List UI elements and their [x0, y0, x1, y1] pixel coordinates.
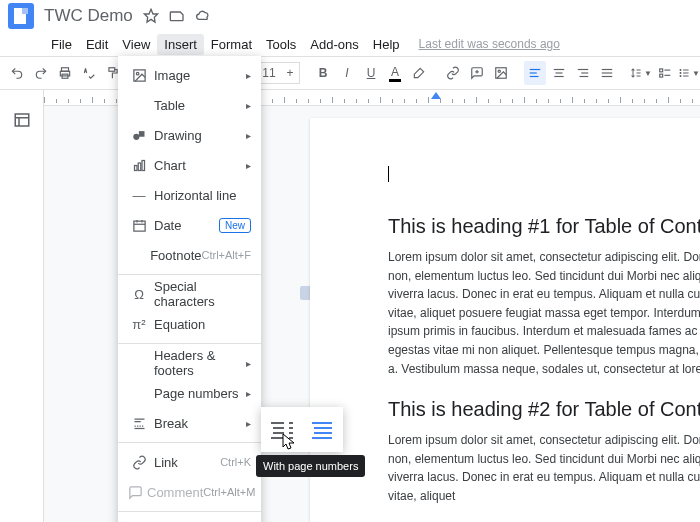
last-edit-link[interactable]: Last edit was seconds ago	[419, 37, 560, 51]
svg-point-6	[498, 70, 500, 72]
star-icon[interactable]	[143, 8, 159, 24]
svg-point-27	[680, 72, 681, 73]
image-icon	[128, 68, 150, 83]
menu-view[interactable]: View	[115, 34, 157, 55]
break-icon	[128, 416, 150, 431]
chevron-right-icon: ▸	[246, 388, 251, 399]
omega-icon: Ω	[128, 287, 150, 302]
menu-tools[interactable]: Tools	[259, 34, 303, 55]
align-center-button[interactable]	[548, 61, 570, 85]
menu-item-page-numbers[interactable]: Page numbers ▸	[118, 378, 261, 408]
menu-format[interactable]: Format	[204, 34, 259, 55]
menu-item-horizontal-line[interactable]: — Horizontal line	[118, 180, 261, 210]
left-sidebar	[0, 90, 44, 522]
menu-help[interactable]: Help	[366, 34, 407, 55]
chevron-right-icon: ▸	[246, 418, 251, 429]
text-cursor	[388, 166, 389, 182]
redo-button[interactable]	[30, 61, 52, 85]
menu-item-bookmark[interactable]: Bookmark	[118, 516, 261, 522]
heading-2[interactable]: This is heading #2 for Table of Contents	[388, 398, 700, 421]
svg-point-28	[680, 76, 681, 77]
document-page[interactable]: This is heading #1 for Table of Contents…	[310, 118, 700, 522]
svg-rect-32	[15, 114, 29, 126]
chevron-right-icon: ▸	[246, 130, 251, 141]
link-icon	[128, 455, 150, 470]
svg-rect-40	[138, 163, 141, 171]
svg-marker-0	[144, 9, 157, 22]
paragraph-2[interactable]: Lorem ipsum dolor sit amet, consectetur …	[388, 431, 700, 505]
paragraph-1[interactable]: Lorem ipsum dolor sit amet, consectetur …	[388, 248, 700, 378]
add-comment-button[interactable]	[466, 61, 488, 85]
menu-file[interactable]: File	[44, 34, 79, 55]
menu-insert[interactable]: Insert	[157, 34, 204, 55]
svg-rect-22	[660, 69, 663, 72]
italic-button[interactable]: I	[336, 61, 358, 85]
svg-point-36	[136, 72, 139, 75]
document-title[interactable]: TWC Demo	[44, 6, 133, 26]
chevron-right-icon: ▸	[246, 160, 251, 171]
line-spacing-button[interactable]: ▼	[630, 61, 652, 85]
menu-item-link[interactable]: Link Ctrl+K	[118, 447, 261, 477]
comment-icon	[128, 485, 143, 500]
align-right-button[interactable]	[572, 61, 594, 85]
svg-rect-4	[109, 68, 115, 72]
spellcheck-button[interactable]	[78, 61, 100, 85]
chevron-right-icon: ▸	[246, 100, 251, 111]
menu-item-footnote[interactable]: Footnote Ctrl+Alt+F	[118, 240, 261, 270]
highlight-color-button[interactable]	[408, 61, 430, 85]
align-left-button[interactable]	[524, 61, 546, 85]
chevron-right-icon: ▸	[246, 70, 251, 81]
horizontal-line-icon: —	[128, 188, 150, 203]
bulleted-list-button[interactable]: ▼	[678, 61, 700, 85]
align-justify-button[interactable]	[596, 61, 618, 85]
menu-edit[interactable]: Edit	[79, 34, 115, 55]
svg-rect-39	[134, 165, 137, 170]
menu-item-break[interactable]: Break ▸	[118, 408, 261, 438]
font-size-plus[interactable]: +	[281, 66, 299, 80]
undo-button[interactable]	[6, 61, 28, 85]
new-badge: New	[219, 218, 251, 233]
calendar-icon	[128, 218, 150, 233]
chart-icon	[128, 158, 150, 173]
toolbar: ⟋▼ ▼ ▼ − 11 + B I U A ▼ ▼	[0, 56, 700, 90]
mouse-cursor-icon	[282, 433, 298, 454]
toc-with-blue-links[interactable]	[302, 407, 343, 452]
cloud-status-icon[interactable]	[195, 8, 211, 24]
bold-button[interactable]: B	[312, 61, 334, 85]
docs-logo-icon[interactable]	[8, 3, 34, 29]
pi-icon: π²	[128, 317, 150, 332]
menu-item-special-characters[interactable]: Ω Special characters	[118, 279, 261, 309]
toc-submenu	[261, 407, 343, 452]
drawing-icon	[128, 128, 150, 143]
menu-item-date[interactable]: Date New	[118, 210, 261, 240]
svg-rect-38	[138, 131, 144, 137]
menu-addons[interactable]: Add-ons	[303, 34, 365, 55]
menu-item-equation[interactable]: π² Equation	[118, 309, 261, 339]
svg-point-37	[133, 133, 139, 139]
heading-1[interactable]: This is heading #1 for Table of Contents	[388, 215, 700, 238]
underline-button[interactable]: U	[360, 61, 382, 85]
svg-rect-23	[660, 74, 663, 77]
svg-rect-42	[133, 221, 144, 231]
insert-menu-dropdown: Image ▸ Table ▸ Drawing ▸ Chart ▸ — Hori…	[118, 56, 261, 522]
menu-item-table[interactable]: Table ▸	[118, 90, 261, 120]
print-button[interactable]	[54, 61, 76, 85]
tooltip: With page numbers	[256, 455, 365, 477]
move-icon[interactable]	[169, 8, 185, 24]
checklist-button[interactable]	[654, 61, 676, 85]
menu-item-chart[interactable]: Chart ▸	[118, 150, 261, 180]
text-color-button[interactable]: A	[384, 61, 406, 85]
tab-indent-marker[interactable]	[431, 92, 441, 99]
insert-link-button[interactable]	[442, 61, 464, 85]
menu-item-headers-footers[interactable]: Headers & footers ▸	[118, 348, 261, 378]
svg-rect-41	[142, 160, 145, 170]
insert-image-button[interactable]	[490, 61, 512, 85]
menu-item-drawing[interactable]: Drawing ▸	[118, 120, 261, 150]
menu-item-image[interactable]: Image ▸	[118, 60, 261, 90]
menu-item-comment[interactable]: Comment Ctrl+Alt+M	[118, 477, 261, 507]
svg-point-26	[680, 69, 681, 70]
title-bar: TWC Demo	[0, 0, 700, 32]
chevron-right-icon: ▸	[246, 358, 251, 369]
outline-toggle-button[interactable]	[10, 108, 34, 132]
menu-bar: File Edit View Insert Format Tools Add-o…	[0, 32, 700, 56]
